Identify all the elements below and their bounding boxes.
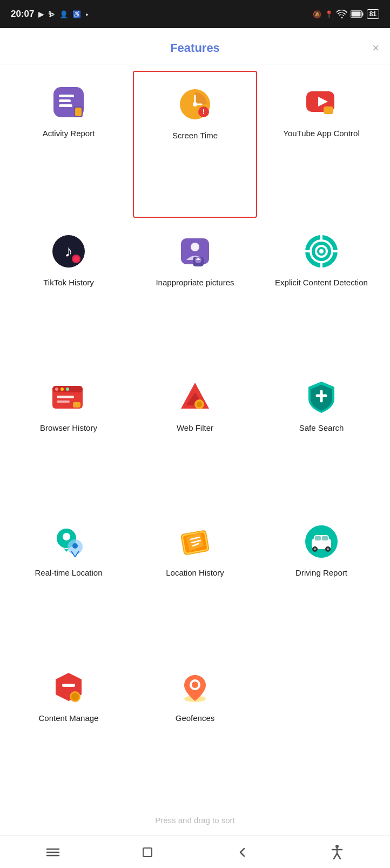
feature-explicit-content-detection[interactable]: Explicit Content Detection <box>258 219 385 364</box>
wifi-icon <box>337 10 347 18</box>
svg-rect-69 <box>62 684 75 687</box>
screen-time-icon: ! <box>176 85 214 124</box>
svg-rect-6 <box>59 104 72 107</box>
svg-text:♪: ♪ <box>65 242 73 260</box>
screen-time-label: Screen Time <box>172 130 218 141</box>
safe-search-label: Safe Search <box>299 423 344 433</box>
feature-content-manage[interactable]: Content Manage <box>5 655 132 799</box>
svg-rect-64 <box>322 536 328 540</box>
svg-point-68 <box>327 548 329 550</box>
features-header: Features × <box>0 28 390 64</box>
location-history-icon <box>176 522 214 561</box>
svg-point-33 <box>319 249 324 253</box>
content-manage-icon <box>49 667 88 706</box>
status-icon-user: 👤 <box>59 10 68 18</box>
svg-point-49 <box>63 533 70 540</box>
web-filter-label: Web Filter <box>177 423 213 433</box>
svg-rect-40 <box>57 400 70 403</box>
main-content: Features × Activity Report <box>0 28 390 836</box>
feature-activity-report[interactable]: Activity Report <box>5 70 132 219</box>
svg-rect-78 <box>143 848 152 857</box>
feature-screen-time[interactable]: ! Screen Time <box>133 71 257 218</box>
svg-rect-5 <box>59 99 71 102</box>
status-time: 20:07 <box>11 9 34 19</box>
svg-point-71 <box>71 693 79 700</box>
svg-point-74 <box>192 682 198 688</box>
battery-icon <box>351 10 364 18</box>
tiktok-history-label: TikTok History <box>43 277 94 288</box>
feature-inappropriate-pictures[interactable]: Inappropriate pictures <box>132 219 258 364</box>
status-icon-activity: ⛷ <box>48 10 55 18</box>
browser-history-icon <box>49 377 88 416</box>
realtime-location-label: Real-time Location <box>35 567 102 578</box>
battery-level: 81 <box>367 9 379 19</box>
feature-browser-history[interactable]: Browser History <box>5 364 132 509</box>
svg-rect-41 <box>73 402 80 408</box>
svg-line-83 <box>337 853 340 859</box>
geofences-icon <box>176 667 214 706</box>
svg-rect-1 <box>362 12 363 16</box>
svg-point-37 <box>60 388 64 391</box>
svg-rect-8 <box>75 108 82 116</box>
feature-tiktok-history[interactable]: ♪ TikTok History <box>5 219 132 364</box>
status-icon-access: ♿ <box>72 10 81 18</box>
feature-web-filter[interactable]: Web Filter <box>132 364 258 509</box>
svg-point-45 <box>197 402 202 407</box>
feature-driving-report[interactable]: Driving Report <box>258 509 385 654</box>
feature-realtime-location[interactable]: Real-time Location <box>5 509 132 654</box>
svg-text:!: ! <box>203 108 205 116</box>
browser-history-label: Browser History <box>40 423 97 433</box>
feature-safe-search[interactable]: Safe Search <box>258 364 385 509</box>
status-icon-youtube: ▶ <box>38 10 44 18</box>
activity-report-label: Activity Report <box>43 128 95 139</box>
svg-line-82 <box>334 853 337 859</box>
inappropriate-pictures-icon <box>176 232 214 271</box>
youtube-app-control-label: YouTube App Control <box>283 128 360 139</box>
svg-point-21 <box>73 256 79 262</box>
svg-rect-2 <box>351 12 360 17</box>
web-filter-icon <box>176 377 214 416</box>
driving-report-label: Driving Report <box>295 567 347 578</box>
nav-accessibility-icon[interactable] <box>325 840 349 864</box>
status-bar: 20:07 ▶ ⛷ 👤 ♿ • 🔕 📍 81 <box>0 0 390 28</box>
svg-rect-63 <box>315 536 321 540</box>
svg-point-66 <box>314 548 316 550</box>
inappropriate-pictures-label: Inappropriate pictures <box>156 277 234 288</box>
explicit-content-detection-label: Explicit Content Detection <box>275 277 368 288</box>
realtime-location-icon <box>49 522 88 561</box>
safe-search-icon <box>302 377 341 416</box>
svg-point-23 <box>191 243 199 251</box>
driving-report-icon <box>302 522 341 561</box>
feature-youtube-app-control[interactable]: YouTube App Control <box>258 70 385 219</box>
youtube-app-control-icon <box>302 83 341 122</box>
drag-hint: Press and drag to sort <box>0 805 390 836</box>
mute-icon: 🔕 <box>313 10 321 18</box>
location-pin-icon: 📍 <box>325 10 333 18</box>
geofences-label: Geofences <box>176 713 215 724</box>
explicit-content-detection-icon <box>302 232 341 271</box>
feature-location-history[interactable]: Location History <box>132 509 258 654</box>
content-manage-label: Content Manage <box>39 713 99 724</box>
svg-rect-17 <box>324 106 333 114</box>
svg-point-38 <box>66 388 69 391</box>
svg-rect-39 <box>57 396 74 398</box>
feature-geofences[interactable]: Geofences <box>132 655 258 799</box>
features-grid: Activity Report ! Screen Time <box>0 64 390 805</box>
location-history-label: Location History <box>166 567 224 578</box>
svg-point-36 <box>55 388 58 391</box>
nav-back-icon[interactable] <box>231 840 254 864</box>
nav-menu-icon[interactable] <box>41 840 65 864</box>
status-icon-dot: • <box>85 10 88 18</box>
close-button[interactable]: × <box>372 41 379 55</box>
page-title: Features <box>11 41 379 55</box>
svg-point-51 <box>72 543 78 549</box>
svg-rect-4 <box>59 95 74 97</box>
tiktok-history-icon: ♪ <box>49 232 88 271</box>
nav-bar <box>0 836 390 868</box>
nav-home-icon[interactable] <box>136 840 159 864</box>
activity-report-icon <box>49 83 88 122</box>
